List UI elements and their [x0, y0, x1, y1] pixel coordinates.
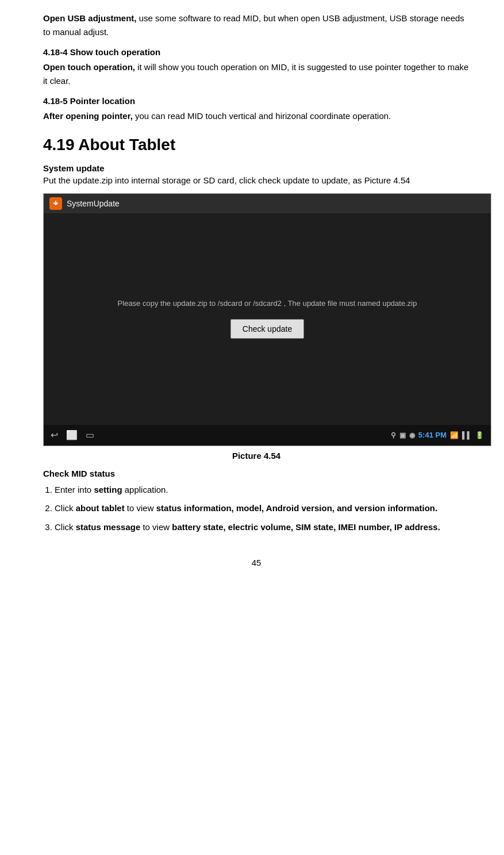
screenshot-body: Please copy the update.zip to /sdcard or… — [44, 213, 491, 425]
wifi-icon: 📶 — [450, 431, 459, 439]
app-title: SystemUpdate — [67, 199, 120, 208]
system-update-label: System update — [43, 163, 470, 173]
nav-icons: ↩ ⬜ ▭ — [51, 430, 94, 440]
nav-home-icon[interactable]: ⬜ — [66, 430, 78, 440]
usb-icon: ⚲ — [391, 431, 396, 439]
usb-adjustment-bold: Open USB adjustment, — [43, 13, 137, 23]
item3-middle: to view — [140, 522, 172, 532]
pointer-location-para: After opening pointer, you can read MID … — [43, 109, 470, 123]
list-item-2: Click about tablet to view status inform… — [55, 501, 470, 516]
media-icon: ◉ — [409, 431, 415, 439]
item2-bold: about tablet — [76, 503, 125, 513]
list-item-1: Enter into setting application. — [55, 483, 470, 497]
nav-back-icon[interactable]: ↩ — [51, 430, 58, 440]
system-update-screenshot: SystemUpdate Please copy the update.zip … — [43, 193, 491, 446]
check-mid-section: Check MID status Enter into setting appl… — [43, 469, 470, 535]
main-heading: 4.19 About Tablet — [43, 136, 470, 154]
item1-after: application. — [122, 485, 168, 494]
nav-recent-icon[interactable]: ▭ — [86, 430, 94, 440]
pointer-location-heading: 4.18-5 Pointer location — [43, 96, 470, 106]
item3-bold2: battery state, electric volume, SIM stat… — [172, 522, 440, 532]
list-item-3: Click status message to view battery sta… — [55, 520, 470, 535]
item3-bold: status message — [76, 522, 141, 532]
item1-bold: setting — [94, 485, 122, 494]
time-display: 5:41 PM — [418, 431, 447, 439]
check-update-button[interactable]: Check update — [230, 319, 304, 339]
usb-adjustment-para: Open USB adjustment, use some software t… — [43, 11, 470, 39]
screenshot-statusbar: ↩ ⬜ ▭ ⚲ ▣ ◉ 5:41 PM 📶 ▌▌ 🔋 — [44, 425, 491, 446]
check-mid-list: Enter into setting application. Click ab… — [55, 483, 470, 535]
pointer-location-bold: After opening pointer, — [43, 111, 133, 121]
app-icon — [49, 197, 62, 210]
pointer-location-text: you can read MID touch vertical and hiri… — [133, 111, 391, 121]
item2-before: Click — [55, 503, 76, 513]
show-touch-bold: Open touch operation, — [43, 62, 135, 72]
picture-caption: Picture 4.54 — [43, 451, 470, 461]
system-update-desc: Put the update.zip into internal storage… — [43, 174, 470, 187]
item3-before: Click — [55, 522, 76, 532]
signal-icon: ▌▌ — [462, 431, 472, 439]
update-message: Please copy the update.zip to /sdcard or… — [118, 299, 417, 308]
status-right: ⚲ ▣ ◉ 5:41 PM 📶 ▌▌ 🔋 — [391, 431, 484, 439]
check-mid-heading: Check MID status — [43, 469, 470, 478]
item1-before: Enter into — [55, 485, 94, 494]
item2-bold2: status information, model, Android versi… — [156, 503, 438, 513]
screenshot-icon: ▣ — [399, 431, 406, 439]
show-touch-heading: 4.18-4 Show touch operation — [43, 47, 470, 57]
item2-middle: to view — [125, 503, 156, 513]
show-touch-para: Open touch operation, it will show you t… — [43, 60, 470, 88]
system-update-section: System update Put the update.zip into in… — [43, 163, 470, 461]
page-number: 45 — [43, 558, 470, 568]
screenshot-titlebar: SystemUpdate — [44, 194, 491, 213]
battery-icon: 🔋 — [475, 431, 484, 439]
